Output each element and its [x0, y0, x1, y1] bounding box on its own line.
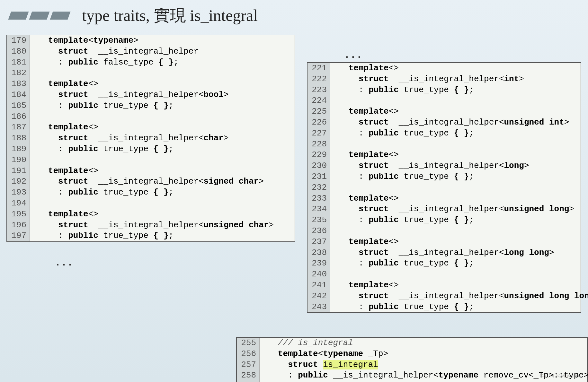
code-line: 242 struct __is_integral_helper<unsigned… [307, 291, 581, 302]
code-content [330, 95, 581, 106]
code-line: 194 [7, 198, 295, 209]
code-content: template<typename> [30, 35, 295, 46]
line-number: 180 [7, 46, 30, 57]
code-content: template<> [330, 237, 581, 247]
code-content [30, 111, 295, 122]
code-line: 230 struct __is_integral_helper<long> [307, 161, 581, 171]
line-number: 186 [7, 111, 30, 122]
code-line: 197 : public true_type { }; [7, 230, 295, 241]
line-number: 237 [307, 237, 330, 247]
line-number: 221 [307, 63, 330, 74]
line-number: 242 [307, 291, 330, 302]
code-content: template<> [330, 193, 581, 204]
code-line: 223 : public true_type { }; [307, 85, 581, 96]
line-number: 232 [307, 182, 330, 193]
code-line: 196 struct __is_integral_helper<unsigned… [7, 220, 295, 231]
line-number: 195 [7, 209, 30, 220]
code-line: 193 : public true_type { }; [7, 187, 295, 198]
code-line: 239 : public true_type { }; [307, 258, 581, 269]
line-number: 241 [307, 280, 330, 291]
line-number: 236 [307, 226, 330, 237]
code-content [30, 198, 295, 209]
line-number: 179 [7, 35, 30, 46]
code-content: : public true_type { }; [30, 187, 295, 198]
code-line: 237 template<> [307, 237, 581, 247]
code-content: struct __is_integral_helper<long long> [330, 247, 581, 258]
code-line: 225 template<> [307, 106, 581, 117]
code-content: template<> [330, 63, 581, 74]
code-line: 233 template<> [307, 193, 581, 204]
code-content: template<> [330, 280, 581, 291]
line-number: 225 [307, 106, 330, 117]
code-content: /// is_integral [260, 338, 587, 349]
code-line: 257 struct is_integral [237, 360, 587, 370]
line-number: 243 [307, 302, 330, 313]
line-number: 190 [7, 155, 30, 166]
code-content: struct __is_integral_helper<signed char> [30, 176, 295, 187]
line-number: 197 [7, 230, 30, 241]
code-content: struct __is_integral_helper<unsigned int… [330, 117, 581, 128]
line-number: 191 [7, 166, 30, 177]
watermark: CSDN @Mhypnos [539, 373, 582, 379]
code-line: 180 struct __is_integral_helper [7, 46, 295, 57]
slide-title: type traits, 實現 is_integral [82, 5, 258, 26]
line-number: 224 [307, 95, 330, 106]
code-line: 238 struct __is_integral_helper<long lon… [307, 247, 581, 258]
code-line: 241 template<> [307, 280, 581, 291]
code-line: 191 template<> [7, 166, 295, 177]
line-number: 257 [237, 360, 260, 370]
code-content [330, 269, 581, 280]
code-line: 181 : public false_type { }; [7, 57, 295, 68]
code-line: 258 : public __is_integral_helper<typena… [237, 370, 587, 381]
line-number: 187 [7, 122, 30, 133]
code-line: 240 [307, 269, 581, 280]
line-number: 238 [307, 247, 330, 258]
code-line: 192 struct __is_integral_helper<signed c… [7, 176, 295, 187]
code-content: : public true_type { }; [330, 171, 581, 182]
code-line: 256 template<typename _Tp> [237, 349, 587, 360]
line-number: 196 [7, 220, 30, 231]
code-content: template<> [330, 150, 581, 161]
code-line: 183 template<> [7, 79, 295, 90]
code-content: template<> [30, 166, 295, 177]
code-content: struct __is_integral_helper<long> [330, 161, 581, 171]
code-content: struct __is_integral_helper<int> [330, 74, 581, 85]
line-number: 256 [237, 349, 260, 360]
code-line: 188 struct __is_integral_helper<char> [7, 133, 295, 144]
code-content: template<typename _Tp> [260, 349, 587, 360]
code-line: 182 [7, 68, 295, 79]
code-line: 195 template<> [7, 209, 295, 220]
code-line: 228 [307, 139, 581, 150]
line-number: 183 [7, 79, 30, 90]
code-line: 187 template<> [7, 122, 295, 133]
code-line: 227 : public true_type { }; [307, 128, 581, 139]
code-line: 236 [307, 226, 581, 237]
code-content [330, 182, 581, 193]
line-number: 194 [7, 198, 30, 209]
code-content: template<> [30, 122, 295, 133]
code-line: 255 /// is_integral [237, 338, 587, 349]
code-content: struct __is_integral_helper<unsigned lon… [330, 291, 588, 302]
line-number: 239 [307, 258, 330, 269]
code-content [330, 226, 581, 237]
line-number: 185 [7, 100, 30, 111]
code-content: struct is_integral [260, 360, 587, 370]
code-content: : public true_type { }; [30, 144, 295, 155]
code-line: 229 template<> [307, 150, 581, 161]
line-number: 258 [237, 370, 260, 381]
code-line: 234 struct __is_integral_helper<unsigned… [307, 204, 581, 215]
code-content: struct __is_integral_helper<unsigned lon… [330, 204, 581, 215]
line-number: 193 [7, 187, 30, 198]
code-line: 179 template<typename> [7, 35, 295, 46]
code-line: 224 [307, 95, 581, 106]
line-number: 226 [307, 117, 330, 128]
code-block-1: 179 template<typename>180 struct __is_in… [6, 35, 295, 242]
line-number: 181 [7, 57, 30, 68]
line-number: 228 [307, 139, 330, 150]
ellipsis-2: ... [344, 49, 362, 61]
code-line: 185 : public true_type { }; [7, 100, 295, 111]
code-content: struct __is_integral_helper<bool> [30, 90, 295, 100]
line-number: 182 [7, 68, 30, 79]
line-number: 188 [7, 133, 30, 144]
line-number: 222 [307, 74, 330, 85]
